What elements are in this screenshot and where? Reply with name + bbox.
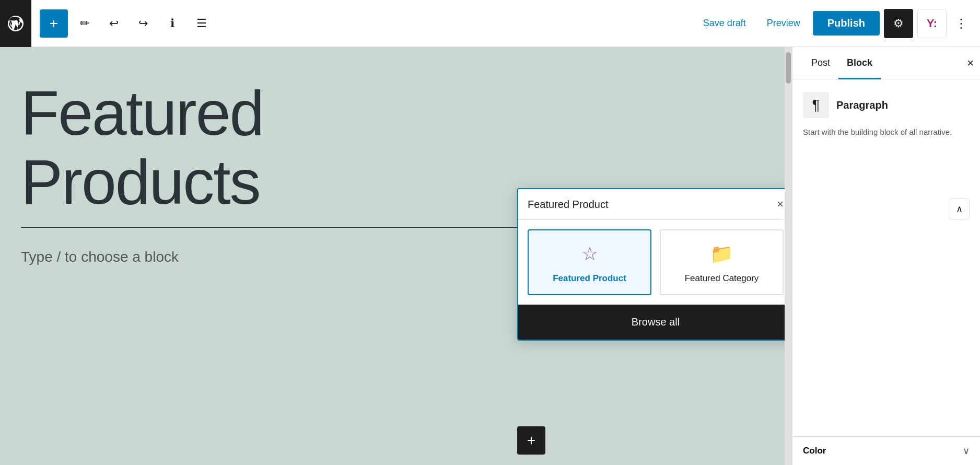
editor-scrollbar[interactable] (785, 47, 792, 465)
featured-product-label: Featured Product (553, 272, 626, 285)
yoast-button[interactable]: Y: (917, 9, 947, 38)
panel-content: ¶ Paragraph Start with the building bloc… (792, 79, 980, 436)
clear-search-button[interactable]: × (777, 197, 784, 211)
yoast-icon: Y: (927, 17, 937, 30)
publish-button[interactable]: Publish (813, 11, 880, 36)
paragraph-icon: ¶ (803, 92, 829, 118)
redo-button[interactable]: ↪ (131, 11, 156, 36)
editor-area[interactable]: Featured Products Type / to choose a blo… (0, 47, 785, 465)
inserter-results: ☆ Featured Product 📁 Featured Category (518, 220, 785, 305)
inserter-search-area: × (518, 189, 785, 220)
save-draft-button[interactable]: Save draft (695, 14, 754, 33)
panel-tabs: Post Block × (792, 47, 980, 79)
featured-product-option[interactable]: ☆ Featured Product (528, 229, 651, 295)
browse-all-button[interactable]: Browse all (518, 305, 785, 340)
block-type-info: ¶ Paragraph (803, 92, 970, 118)
undo-button[interactable]: ↩ (101, 11, 126, 36)
right-panel: Post Block × ¶ Paragraph Start with the … (792, 47, 980, 465)
featured-category-label: Featured Category (685, 272, 759, 285)
toolbar: + ✏ ↩ ↪ ℹ ☰ Save draft Preview Publish ⚙… (0, 0, 980, 47)
panel-scroll-up[interactable]: ∧ (949, 199, 970, 219)
featured-category-option[interactable]: 📁 Featured Category (660, 229, 784, 295)
pen-icon-button[interactable]: ✏ (72, 11, 97, 36)
featured-category-icon: 📁 (710, 243, 733, 265)
gear-icon: ⚙ (893, 17, 904, 30)
block-inserter-popup: × ☆ Featured Product 📁 Featured Category… (517, 188, 785, 341)
bottom-add-button[interactable]: + (517, 426, 545, 455)
tab-post[interactable]: Post (803, 47, 838, 79)
settings-button[interactable]: ⚙ (884, 9, 913, 38)
block-search-input[interactable] (528, 199, 772, 211)
list-view-button[interactable]: ☰ (189, 11, 214, 36)
block-info: Paragraph (836, 99, 888, 111)
close-panel-button[interactable]: × (967, 56, 974, 70)
block-name: Paragraph (836, 99, 888, 111)
preview-button[interactable]: Preview (759, 14, 809, 33)
featured-product-icon: ☆ (581, 243, 598, 265)
info-button[interactable]: ℹ (160, 11, 185, 36)
tab-block[interactable]: Block (838, 47, 881, 79)
main-area: Featured Products Type / to choose a blo… (0, 47, 980, 465)
color-section[interactable]: Color ∨ (792, 436, 980, 465)
chevron-down-icon: ∨ (963, 445, 970, 457)
color-label: Color (803, 446, 826, 456)
scroll-thumb[interactable] (786, 52, 791, 84)
wp-logo (0, 0, 31, 47)
wordpress-icon (6, 14, 25, 33)
add-block-button[interactable]: + (40, 9, 68, 38)
block-description: Start with the building block of all nar… (803, 126, 970, 138)
more-options-button[interactable]: ⋮ (951, 13, 972, 34)
